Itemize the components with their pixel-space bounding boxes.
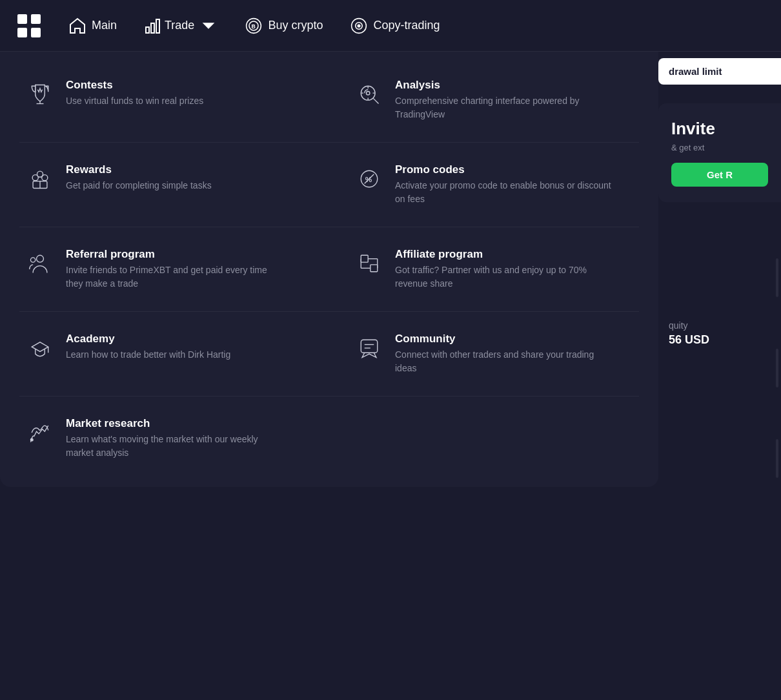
contests-title: Contests bbox=[66, 79, 203, 92]
nav-trade-label: Trade bbox=[165, 19, 194, 32]
rewards-icon bbox=[26, 165, 54, 193]
nav-buy-crypto-label: Buy crypto bbox=[268, 19, 323, 32]
svg-rect-6 bbox=[156, 19, 159, 33]
promo-title: Promo codes bbox=[395, 163, 614, 176]
analysis-description: Comprehensive charting interface powered… bbox=[395, 94, 614, 121]
referral-description: Invite friends to PrimeXBT and get paid … bbox=[66, 263, 285, 291]
referral-title: Referral program bbox=[66, 248, 285, 261]
dropdown-rewards[interactable]: Rewards Get paid for completing simple t… bbox=[0, 149, 329, 220]
equity-label: quity bbox=[669, 320, 771, 331]
buy-crypto-icon: B bbox=[245, 17, 263, 35]
svg-rect-1 bbox=[31, 14, 41, 24]
affiliate-content: Affiliate program Got traffic? Partner w… bbox=[395, 248, 614, 291]
dropdown-grid: Contests Use virtual funds to win real p… bbox=[0, 65, 658, 474]
promo-description: Activate your promo code to enable bonus… bbox=[395, 179, 614, 206]
divider-2 bbox=[19, 227, 639, 227]
promo-content: Promo codes Activate your promo code to … bbox=[395, 163, 614, 206]
community-content: Community Connect with other traders and… bbox=[395, 333, 614, 375]
scrollbar[interactable] bbox=[776, 258, 778, 478]
referral-icon bbox=[26, 249, 54, 278]
svg-point-38 bbox=[30, 438, 33, 441]
svg-text:B: B bbox=[252, 23, 256, 30]
nav-trade[interactable]: Trade bbox=[134, 10, 228, 41]
market-research-title: Market research bbox=[66, 417, 285, 430]
dropdown-analysis[interactable]: Analysis Comprehensive charting interfac… bbox=[329, 65, 658, 136]
withdrawal-limit-banner: drawal limit bbox=[658, 58, 781, 85]
get-button[interactable]: Get R bbox=[671, 163, 768, 187]
svg-point-20 bbox=[42, 175, 48, 181]
scrollbar-track-2 bbox=[776, 349, 778, 387]
svg-rect-29 bbox=[370, 265, 378, 272]
divider-4 bbox=[19, 396, 639, 396]
rewards-description: Get paid for completing simple tasks bbox=[66, 179, 212, 192]
svg-rect-28 bbox=[361, 255, 368, 262]
svg-rect-35 bbox=[361, 340, 377, 353]
affiliate-title: Affiliate program bbox=[395, 248, 614, 261]
equity-section: quity 56 USD bbox=[658, 310, 781, 357]
svg-line-16 bbox=[373, 98, 378, 103]
dropdown-promo[interactable]: % Promo codes Activate your promo code t… bbox=[329, 149, 658, 220]
invite-title: Invite bbox=[671, 119, 768, 139]
academy-title: Academy bbox=[66, 333, 230, 345]
right-panel: drawal limit Invite & get ext Get R quit… bbox=[658, 0, 781, 700]
academy-content: Academy Learn how to trade better with D… bbox=[66, 333, 230, 362]
withdrawal-limit-text: drawal limit bbox=[669, 66, 722, 77]
community-icon bbox=[355, 334, 383, 362]
divider-1 bbox=[19, 142, 639, 143]
invite-panel: Invite & get ext Get R bbox=[658, 103, 781, 202]
svg-point-17 bbox=[366, 91, 369, 94]
market-research-content: Market research Learn what's moving the … bbox=[66, 417, 285, 460]
dropdown-academy[interactable]: Academy Learn how to trade better with D… bbox=[0, 318, 329, 389]
svg-rect-3 bbox=[31, 28, 41, 37]
svg-point-26 bbox=[37, 255, 44, 262]
promo-icon: % bbox=[355, 165, 383, 193]
dropdown-menu: Contests Use virtual funds to win real p… bbox=[0, 52, 658, 487]
dropdown-referral[interactable]: Referral program Invite friends to Prime… bbox=[0, 234, 329, 305]
rewards-title: Rewards bbox=[66, 163, 212, 176]
svg-rect-2 bbox=[17, 28, 27, 37]
academy-icon bbox=[26, 334, 54, 362]
svg-point-27 bbox=[30, 258, 35, 262]
contests-content: Contests Use virtual funds to win real p… bbox=[66, 79, 203, 108]
analysis-content: Analysis Comprehensive charting interfac… bbox=[395, 79, 614, 121]
home-icon bbox=[68, 17, 86, 35]
referral-content: Referral program Invite friends to Prime… bbox=[66, 248, 285, 291]
nav-main[interactable]: Main bbox=[58, 10, 127, 41]
nav-copy-trading[interactable]: Copy-trading bbox=[340, 10, 450, 41]
affiliate-description: Got traffic? Partner with us and enjoy u… bbox=[395, 263, 614, 291]
nav-buy-crypto[interactable]: B Buy crypto bbox=[234, 10, 333, 41]
divider-3 bbox=[19, 311, 639, 312]
scrollbar-track bbox=[776, 258, 778, 297]
chevron-down-icon bbox=[199, 17, 218, 35]
analysis-icon bbox=[355, 80, 383, 108]
academy-description: Learn how to trade better with Dirk Hart… bbox=[66, 348, 230, 362]
rewards-content: Rewards Get paid for completing simple t… bbox=[66, 163, 212, 192]
analysis-title: Analysis bbox=[395, 79, 614, 92]
svg-rect-4 bbox=[146, 27, 149, 33]
logo[interactable] bbox=[13, 10, 45, 42]
dropdown-market-research[interactable]: Market research Learn what's moving the … bbox=[0, 403, 329, 474]
nav-main-label: Main bbox=[92, 19, 117, 32]
dropdown-affiliate[interactable]: Affiliate program Got traffic? Partner w… bbox=[329, 234, 658, 305]
market-research-icon bbox=[26, 418, 54, 447]
svg-rect-0 bbox=[17, 14, 27, 24]
nav-copy-trading-label: Copy-trading bbox=[373, 19, 440, 32]
scrollbar-track-3 bbox=[776, 439, 778, 478]
equity-value: 56 USD bbox=[669, 333, 771, 347]
trade-icon bbox=[144, 17, 162, 35]
svg-point-12 bbox=[358, 25, 361, 27]
community-title: Community bbox=[395, 333, 614, 345]
navbar: Main Trade B Buy crypto Copy-trading bbox=[0, 0, 781, 52]
affiliate-icon bbox=[355, 249, 383, 278]
dropdown-contests[interactable]: Contests Use virtual funds to win real p… bbox=[0, 65, 329, 136]
community-description: Connect with other traders and share you… bbox=[395, 348, 614, 375]
grid-icon bbox=[16, 13, 42, 39]
market-research-description: Learn what's moving the market with our … bbox=[66, 433, 285, 460]
svg-rect-5 bbox=[151, 23, 154, 33]
contests-description: Use virtual funds to win real prizes bbox=[66, 94, 203, 108]
trophy-icon bbox=[26, 80, 54, 108]
copy-trading-icon bbox=[350, 17, 368, 35]
invite-subtitle: & get ext bbox=[671, 143, 768, 152]
dropdown-community[interactable]: Community Connect with other traders and… bbox=[329, 318, 658, 389]
